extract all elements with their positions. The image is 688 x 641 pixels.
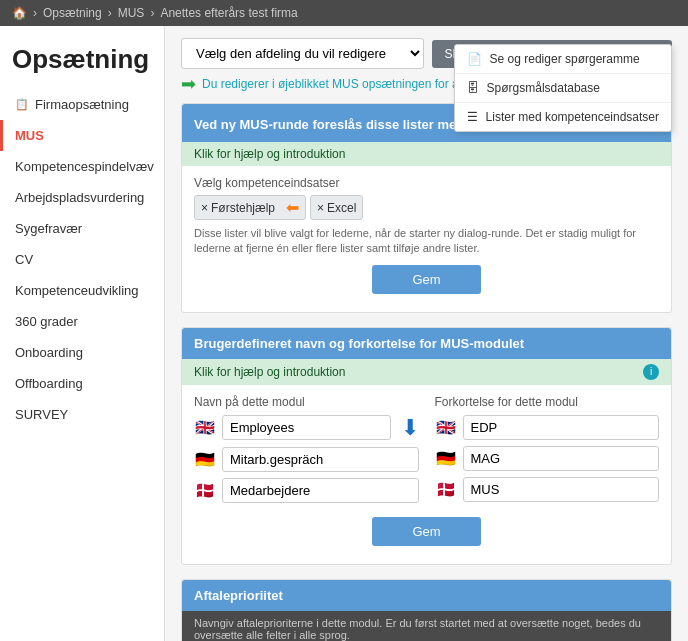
module-section: Brugerdefineret navn og forkortelse for … — [181, 327, 672, 565]
competence-select-label: Vælg kompetenceindsatser — [194, 176, 659, 190]
module-short-row-2: 🇩🇰 — [435, 477, 660, 502]
competence-body: Vælg kompetenceindsatser × Førstehjælp ⬅… — [182, 166, 671, 312]
module-name-input-dk[interactable] — [222, 478, 419, 503]
dropdown-label-2: Spørgsmålsdatabase — [487, 81, 600, 95]
home-icon: 🏠 — [12, 6, 27, 20]
flag-de-short: 🇩🇪 — [435, 451, 457, 466]
doc-icon: 📋 — [15, 98, 29, 111]
sidebar-label-syge: Sygefravær — [15, 221, 82, 236]
tag-remove-1: × — [317, 201, 324, 215]
module-name-row-2: 🇩🇰 — [194, 478, 419, 503]
tag-forstehjap[interactable]: × Førstehjælp ⬅ — [194, 195, 306, 220]
blue-arrow-icon: ⬇ — [401, 415, 419, 441]
module-name-input-de[interactable] — [222, 447, 419, 472]
module-short-col-label: Forkortelse for dette modul — [435, 395, 660, 409]
module-short-row-1: 🇩🇪 — [435, 446, 660, 471]
dropdown-label-1: Se og rediger spørgeramme — [490, 52, 640, 66]
dropdown-item-database[interactable]: 🗄 Spørgsmålsdatabase — [455, 74, 671, 103]
competence-hint: Disse lister vil blive valgt for lederne… — [194, 226, 659, 257]
dropdown-label-3: Lister med kompetenceindsatser — [486, 110, 659, 124]
module-short-input-dk[interactable] — [463, 477, 660, 502]
tag-label-0: × — [201, 201, 208, 215]
sidebar-label-offboarding: Offboarding — [15, 376, 83, 391]
sidebar-item-360[interactable]: 360 grader — [0, 306, 164, 337]
sidebar-item-offboarding[interactable]: Offboarding — [0, 368, 164, 399]
breadcrumb-item-2[interactable]: MUS — [118, 6, 145, 20]
info-icon[interactable]: i — [643, 364, 659, 380]
content-area: Vælg den afdeling du vil redigere ➡ SPØR… — [165, 26, 688, 641]
module-short-col: Forkortelse for dette modul 🇬🇧 🇩🇪 — [435, 395, 660, 509]
sidebar-item-kompetenceudv[interactable]: Kompetenceudvikling — [0, 275, 164, 306]
sidebar-label-firmaopsaetning: Firmaopsætning — [35, 97, 129, 112]
sidebar-label-kompetenceudv: Kompetenceudvikling — [15, 283, 139, 298]
orange-tag-arrow: ⬅ — [286, 198, 299, 217]
breadcrumb: 🏠 › Opsætning › MUS › Anettes efterårs t… — [0, 0, 688, 26]
module-save-button[interactable]: Gem — [372, 517, 480, 546]
sidebar-item-mus[interactable]: MUS — [0, 120, 164, 151]
sidebar-item-arbejds[interactable]: Arbejdspladsvurdering — [0, 182, 164, 213]
dept-select[interactable]: Vælg den afdeling du vil redigere — [181, 38, 424, 69]
priority-section: Aftaleprioriitet Navngiv aftaleprioriter… — [181, 579, 672, 641]
questions-dropdown-menu: 📄 Se og rediger spørgeramme 🗄 Spørgsmåls… — [454, 44, 672, 132]
sidebar-item-cv[interactable]: CV — [0, 244, 164, 275]
tag-text-1: Excel — [327, 201, 356, 215]
competence-save-button[interactable]: Gem — [372, 265, 480, 294]
module-body: Navn på dette modul 🇬🇧 ⬇ 🇩🇪 — [182, 385, 671, 564]
page-title: Opsætning — [0, 34, 164, 89]
sidebar-label-360: 360 grader — [15, 314, 78, 329]
dropdown-item-lister[interactable]: ☰ Lister med kompetenceindsatser — [455, 103, 671, 131]
tag-excel[interactable]: × Excel — [310, 195, 363, 220]
module-cols: Navn på dette modul 🇬🇧 ⬇ 🇩🇪 — [194, 395, 659, 509]
module-subheader[interactable]: Klik for hjælp og introduktion i — [182, 359, 671, 385]
module-name-row-1: 🇩🇪 — [194, 447, 419, 472]
sidebar-label-survey: SURVEY — [15, 407, 68, 422]
competence-subheader[interactable]: Klik for hjælp og introduktion — [182, 142, 671, 166]
main-layout: Opsætning 📋 Firmaopsætning MUS Kompetenc… — [0, 26, 688, 641]
sidebar-item-firmaopsaetning[interactable]: 📋 Firmaopsætning — [0, 89, 164, 120]
module-short-input-de[interactable] — [463, 446, 660, 471]
module-short-row-0: 🇬🇧 — [435, 415, 660, 440]
green-arrow-icon: ➡ — [181, 73, 196, 95]
module-header-text: Brugerdefineret navn og forkortelse for … — [194, 336, 524, 351]
list-icon: ☰ — [467, 110, 478, 124]
sidebar-item-onboarding[interactable]: Onboarding — [0, 337, 164, 368]
module-header: Brugerdefineret navn og forkortelse for … — [182, 328, 671, 359]
sidebar-label-kompetence: Kompetencespindelvæv — [15, 159, 154, 174]
sidebar-item-kompetence[interactable]: Kompetencespindelvæv — [0, 151, 164, 182]
flag-gb-short: 🇬🇧 — [435, 420, 457, 435]
sidebar-item-syge[interactable]: Sygefravær — [0, 213, 164, 244]
sidebar-label-mus: MUS — [15, 128, 44, 143]
flag-dk-short: 🇩🇰 — [435, 482, 457, 497]
sidebar-label-arbejds: Arbejdspladsvurdering — [15, 190, 144, 205]
module-short-input-gb[interactable] — [463, 415, 660, 440]
sidebar-label-onboarding: Onboarding — [15, 345, 83, 360]
dropdown-item-spørgeramme[interactable]: 📄 Se og rediger spørgeramme — [455, 45, 671, 74]
breadcrumb-item-3[interactable]: Anettes efterårs test firma — [160, 6, 297, 20]
priority-desc: Navngiv aftaleprioriterne i dette modul.… — [182, 611, 671, 641]
breadcrumb-item-1[interactable]: Opsætning — [43, 6, 102, 20]
database-icon: 🗄 — [467, 81, 479, 95]
flag-dk-name: 🇩🇰 — [194, 483, 216, 498]
priority-header: Aftaleprioriitet — [182, 580, 671, 611]
sidebar-item-survey[interactable]: SURVEY — [0, 399, 164, 430]
module-name-row-0: 🇬🇧 ⬇ — [194, 415, 419, 441]
competence-section: Ved ny MUS-runde foreslås disse lister m… — [181, 103, 672, 313]
flag-de-name: 🇩🇪 — [194, 452, 216, 467]
module-name-col: Navn på dette modul 🇬🇧 ⬇ 🇩🇪 — [194, 395, 419, 509]
sidebar: Opsætning 📋 Firmaopsætning MUS Kompetenc… — [0, 26, 165, 641]
competence-tags: × Førstehjælp ⬅ × Excel — [194, 195, 659, 220]
competence-subheader-text: Klik for hjælp og introduktion — [194, 147, 345, 161]
module-subheader-text: Klik for hjælp og introduktion — [194, 365, 345, 379]
sidebar-label-cv: CV — [15, 252, 33, 267]
doc-icon: 📄 — [467, 52, 482, 66]
flag-gb-name: 🇬🇧 — [194, 420, 216, 435]
module-name-input-gb[interactable] — [222, 415, 391, 440]
module-name-col-label: Navn på dette modul — [194, 395, 419, 409]
tag-text-0: Førstehjælp — [211, 201, 275, 215]
